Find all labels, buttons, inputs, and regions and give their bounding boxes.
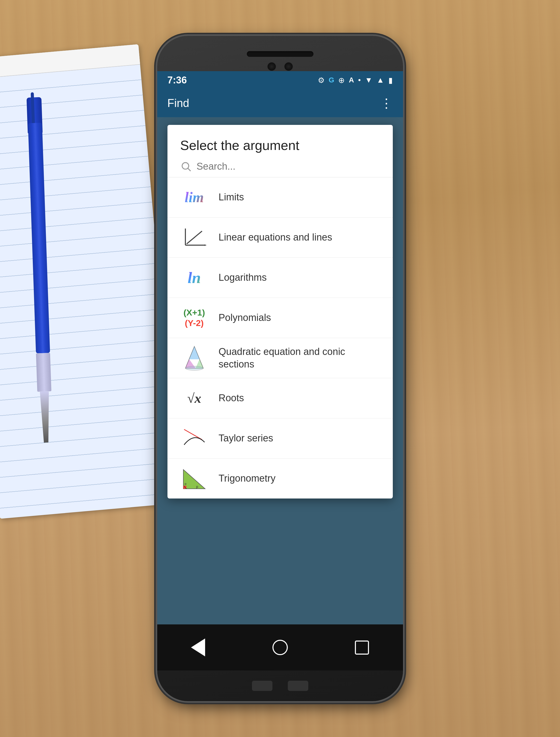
phone-camera-right xyxy=(284,62,293,71)
home-button[interactable] xyxy=(270,637,290,658)
battery-icon: ▮ xyxy=(388,76,393,85)
screen: Select the argument lim Limits xyxy=(157,117,403,624)
status-time: 7:36 xyxy=(167,75,187,86)
app-bar-title: Find xyxy=(167,97,380,110)
linear-graph-icon xyxy=(180,225,208,250)
recent-apps-button[interactable] xyxy=(352,637,372,658)
roots-icon: √x xyxy=(180,385,208,411)
location-icon: ⊕ xyxy=(338,76,345,85)
list-item-logarithms[interactable]: ln Logarithms xyxy=(167,258,393,298)
google-icon: G xyxy=(329,76,334,84)
app-bar: Find ⋮ xyxy=(157,89,403,117)
quadratic-label: Quadratic equation and conic sections xyxy=(219,346,380,371)
status-icons: ⚙ G ⊕ A • ▼ ▲ ▮ xyxy=(318,76,393,85)
logarithms-icon: ln xyxy=(180,265,208,291)
list-item-taylor[interactable]: Taylor series xyxy=(167,418,393,458)
polynomials-icon: (X+1) (Y-2) xyxy=(180,305,208,331)
nav-bar xyxy=(157,624,403,670)
gear-icon: ⚙ xyxy=(318,76,325,85)
trig-icon: p α xyxy=(180,466,208,491)
svg-line-5 xyxy=(187,231,202,244)
dialog-title: Select the argument xyxy=(167,125,393,161)
phone-bottom xyxy=(252,670,308,701)
limits-label: Limits xyxy=(219,191,244,204)
polynomials-label: Polynomials xyxy=(219,312,271,324)
conic-svg xyxy=(183,345,206,371)
list-item-linear[interactable]: Linear equations and lines xyxy=(167,218,393,258)
dot-icon: • xyxy=(358,76,361,84)
signal-icon: ▲ xyxy=(377,76,384,84)
list-item-limits[interactable]: lim Limits xyxy=(167,177,393,218)
taylor-icon xyxy=(180,425,208,451)
conic-icon xyxy=(180,345,208,371)
list-item-roots[interactable]: √x Roots xyxy=(167,378,393,418)
svg-marker-7 xyxy=(189,347,199,359)
limits-icon: lim xyxy=(180,185,208,210)
trigonometry-label: Trigonometry xyxy=(219,472,276,485)
status-bar: 7:36 ⚙ G ⊕ A • ▼ ▲ ▮ xyxy=(157,71,403,89)
wifi-icon: ▼ xyxy=(365,76,373,84)
search-input[interactable] xyxy=(197,161,380,172)
phone-cameras xyxy=(267,62,293,71)
taylor-label: Taylor series xyxy=(219,432,273,444)
svg-marker-12 xyxy=(183,469,205,489)
trig-svg: p α xyxy=(182,467,206,490)
phone-bottom-btn-right xyxy=(288,681,308,691)
svg-text:α: α xyxy=(185,482,186,486)
phone-camera-left xyxy=(267,62,276,71)
linear-label: Linear equations and lines xyxy=(219,231,332,244)
list-item-quadratic[interactable]: Quadratic equation and conic sections xyxy=(167,338,393,378)
a-icon: A xyxy=(349,76,354,84)
roots-label: Roots xyxy=(219,392,244,404)
list-item-trigonometry[interactable]: p α Trigonometry xyxy=(167,458,393,498)
logarithms-label: Logarithms xyxy=(219,271,267,284)
svg-marker-4 xyxy=(205,244,207,246)
svg-text:p: p xyxy=(196,485,198,489)
select-argument-dialog: Select the argument lim Limits xyxy=(167,125,393,498)
svg-point-0 xyxy=(182,163,189,169)
search-bar[interactable] xyxy=(167,161,393,177)
svg-line-1 xyxy=(188,168,191,171)
list-item-polynomials[interactable]: (X+1) (Y-2) Polynomials xyxy=(167,298,393,338)
phone-speaker xyxy=(247,51,313,57)
phone-device: 7:36 ⚙ G ⊕ A • ▼ ▲ ▮ Find ⋮ Select the a… xyxy=(157,36,403,701)
search-icon xyxy=(180,161,192,172)
overflow-menu-icon[interactable]: ⋮ xyxy=(380,96,393,111)
linear-graph-svg xyxy=(182,226,207,249)
phone-bottom-btn-left xyxy=(252,681,272,691)
taylor-svg xyxy=(182,427,207,450)
back-button[interactable] xyxy=(188,637,208,658)
svg-point-10 xyxy=(185,366,203,370)
